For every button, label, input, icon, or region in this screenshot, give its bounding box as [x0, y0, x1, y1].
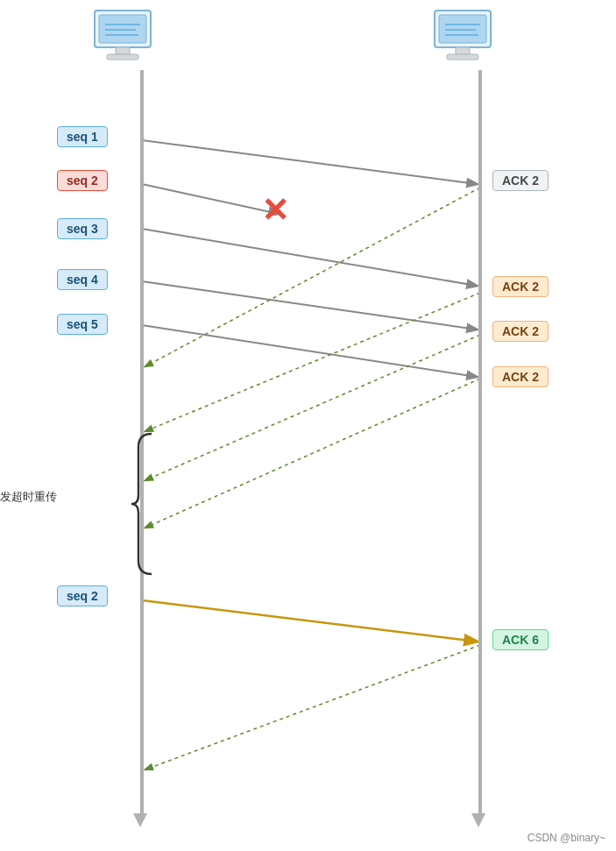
svg-line-5 [145, 188, 480, 366]
seq4-label: seq 4 [57, 269, 108, 290]
svg-rect-19 [439, 15, 486, 43]
svg-line-7 [145, 335, 480, 480]
diagram-container: seq 1 seq 2 seq 3 seq 4 seq 5 seq 2 ACK … [0, 0, 616, 851]
ack2-yellow1-label: ACK 2 [492, 276, 549, 297]
svg-line-8 [145, 379, 480, 528]
svg-line-0 [142, 140, 477, 184]
right-computer-icon [428, 9, 498, 66]
ack2-yellow2-label: ACK 2 [492, 321, 549, 342]
seq2-label: seq 2 [57, 170, 108, 191]
svg-line-9 [142, 600, 477, 642]
svg-rect-21 [447, 54, 478, 60]
watermark: CSDN @binary~ [527, 832, 605, 844]
right-computer [428, 9, 498, 66]
right-timeline-arrow [471, 813, 485, 827]
x-mark: ✕ [261, 191, 289, 230]
ack2-gray-label: ACK 2 [492, 170, 549, 191]
seq5-label: seq 5 [57, 314, 108, 335]
svg-line-4 [142, 325, 477, 377]
ack6-green-label: ACK 6 [492, 629, 549, 650]
left-timeline-arrow [133, 813, 147, 827]
svg-rect-12 [99, 15, 146, 43]
seq1-label: seq 1 [57, 126, 108, 147]
seq3-label: seq 3 [57, 218, 108, 239]
brace-svg [130, 429, 156, 578]
svg-line-10 [145, 645, 480, 769]
svg-line-6 [145, 293, 480, 431]
svg-rect-14 [107, 54, 138, 60]
retransmit-label: 发超时重传 [0, 489, 57, 505]
seq2b-label: seq 2 [57, 585, 108, 606]
ack2-yellow3-label: ACK 2 [492, 366, 549, 387]
right-timeline-line [478, 70, 482, 813]
left-computer [88, 9, 158, 66]
svg-rect-20 [456, 47, 470, 54]
svg-line-2 [142, 229, 477, 286]
left-computer-icon [88, 9, 158, 66]
svg-rect-13 [116, 47, 130, 54]
svg-line-3 [142, 281, 477, 330]
svg-line-1 [142, 184, 279, 214]
